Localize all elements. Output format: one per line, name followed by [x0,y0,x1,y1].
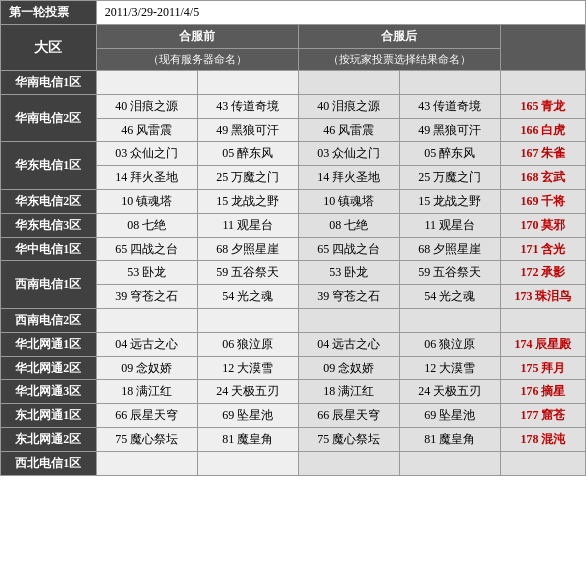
before-col-1: 14 拜火圣地 [96,166,197,190]
after-col-2: 81 魔皇角 [399,427,500,451]
after-col-2: 05 醉东风 [399,142,500,166]
before-col-2: 24 天极五刃 [197,380,298,404]
before-col-2: 05 醉东风 [197,142,298,166]
before-col-2: 54 光之魂 [197,285,298,309]
after-col-1: 39 穹苍之石 [298,285,399,309]
after-col-1: 40 泪痕之源 [298,94,399,118]
after-col-2: 69 坠星池 [399,404,500,428]
new-name-col: 174 辰星殿 [500,332,585,356]
before-col-2 [197,308,298,332]
before-col-2 [197,451,298,475]
region-header: 大区 [1,24,97,70]
new-name-col [500,70,585,94]
new-name-header [500,24,585,70]
before-col-1: 08 七绝 [96,213,197,237]
region-cell: 西南电信1区 [1,261,97,309]
before-col-2: 15 龙战之野 [197,189,298,213]
region-cell: 华北网通2区 [1,356,97,380]
new-name-col: 168 玄武 [500,166,585,190]
new-name-col: 171 含光 [500,237,585,261]
region-cell: 华南电信2区 [1,94,97,142]
after-col-1: 04 远古之心 [298,332,399,356]
after-col-1: 08 七绝 [298,213,399,237]
before-col-2: 59 五谷祭天 [197,261,298,285]
before-col-2: 12 大漠雪 [197,356,298,380]
after-col-2: 25 万魔之门 [399,166,500,190]
after-col-1: 66 辰星天穹 [298,404,399,428]
new-name-col [500,451,585,475]
after-col-2: 68 夕照星崖 [399,237,500,261]
region-cell: 华中电信1区 [1,237,97,261]
new-name-col: 169 千将 [500,189,585,213]
after-col-1 [298,451,399,475]
after-col-2: 06 狼泣原 [399,332,500,356]
region-cell: 华北网通3区 [1,380,97,404]
before-col-1: 65 四战之台 [96,237,197,261]
new-name-col: 173 珠泪鸟 [500,285,585,309]
before-col-2: 25 万魔之门 [197,166,298,190]
after-col-2: 12 大漠雪 [399,356,500,380]
before-col-2: 69 坠星池 [197,404,298,428]
before-col-2: 06 狼泣原 [197,332,298,356]
before-header: 合服前 [96,24,298,48]
before-col-2 [197,70,298,94]
after-col-1: 46 风雷震 [298,118,399,142]
before-col-2: 68 夕照星崖 [197,237,298,261]
before-col-1: 10 镇魂塔 [96,189,197,213]
before-col-1: 40 泪痕之源 [96,94,197,118]
region-cell: 东北网通2区 [1,427,97,451]
new-name-col: 166 白虎 [500,118,585,142]
before-col-1: 04 远古之心 [96,332,197,356]
before-col-1: 09 念奴娇 [96,356,197,380]
after-col-1: 18 满江红 [298,380,399,404]
date-range: 2011/3/29-2011/4/5 [96,1,585,25]
region-cell: 华东电信1区 [1,142,97,190]
new-name-col: 170 莫邪 [500,213,585,237]
after-sub-header: （按玩家投票选择结果命名） [298,48,500,70]
before-col-2: 43 传道奇境 [197,94,298,118]
after-col-1: 75 魔心祭坛 [298,427,399,451]
before-col-1: 53 卧龙 [96,261,197,285]
before-col-2: 11 观星台 [197,213,298,237]
before-col-1: 03 众仙之门 [96,142,197,166]
after-col-2: 49 黑狼可汗 [399,118,500,142]
before-col-1: 18 满江红 [96,380,197,404]
after-col-2: 15 龙战之野 [399,189,500,213]
new-name-col: 165 青龙 [500,94,585,118]
after-col-1: 53 卧龙 [298,261,399,285]
after-col-2 [399,308,500,332]
new-name-col [500,308,585,332]
region-cell: 西北电信1区 [1,451,97,475]
new-name-col: 176 摘星 [500,380,585,404]
before-sub-header: （现有服务器命名） [96,48,298,70]
before-col-1 [96,70,197,94]
region-cell: 西南电信2区 [1,308,97,332]
new-name-col: 167 朱雀 [500,142,585,166]
after-col-1: 10 镇魂塔 [298,189,399,213]
after-header: 合服后 [298,24,500,48]
after-col-1 [298,70,399,94]
after-col-2: 54 光之魂 [399,285,500,309]
before-col-1: 39 穹苍之石 [96,285,197,309]
after-col-1: 03 众仙之门 [298,142,399,166]
main-table: 第一轮投票 2011/3/29-2011/4/5 大区 合服前 合服后 （现有服… [0,0,586,476]
after-col-2: 24 天极五刃 [399,380,500,404]
after-col-2: 43 传道奇境 [399,94,500,118]
before-col-1: 75 魔心祭坛 [96,427,197,451]
after-col-1: 65 四战之台 [298,237,399,261]
after-col-2: 11 观星台 [399,213,500,237]
before-col-1: 66 辰星天穹 [96,404,197,428]
region-cell: 东北网通1区 [1,404,97,428]
before-col-1 [96,308,197,332]
after-col-1 [298,308,399,332]
title-label: 第一轮投票 [1,1,97,25]
new-name-col: 178 混沌 [500,427,585,451]
region-cell: 华北网通1区 [1,332,97,356]
region-cell: 华南电信1区 [1,70,97,94]
before-col-2: 81 魔皇角 [197,427,298,451]
after-col-2 [399,70,500,94]
after-col-2 [399,451,500,475]
after-col-2: 59 五谷祭天 [399,261,500,285]
region-cell: 华东电信2区 [1,189,97,213]
new-name-col: 177 窟苍 [500,404,585,428]
